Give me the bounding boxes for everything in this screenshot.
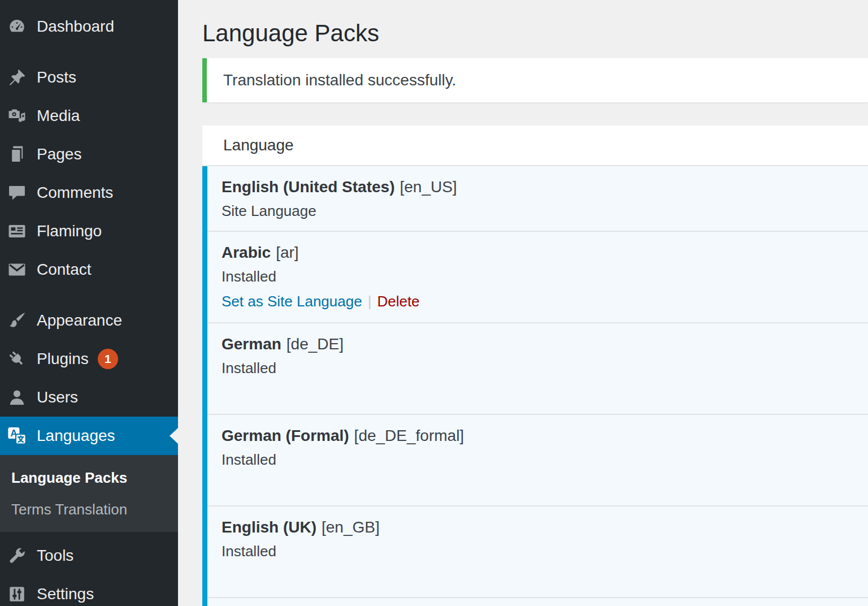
language-status: Installed xyxy=(222,265,868,288)
sidebar-item-users[interactable]: Users xyxy=(0,378,178,417)
page-title: Language Packs xyxy=(202,19,868,48)
camera-icon xyxy=(7,106,27,125)
language-name: Arabic[ar] xyxy=(222,241,868,265)
language-name: English (UK)[en_GB] xyxy=(222,516,868,539)
sidebar-item-label: Posts xyxy=(37,68,76,86)
sidebar-item-plugins[interactable]: Plugins 1 xyxy=(0,340,178,378)
dashboard-icon xyxy=(7,17,27,36)
sidebar-item-label: Media xyxy=(37,107,80,125)
sidebar-item-tools[interactable]: Tools xyxy=(0,536,178,575)
table-row: English (UK)[en_GB] Installed xyxy=(207,505,868,597)
submenu-item-language-packs[interactable]: Language Packs xyxy=(0,462,178,494)
sidebar-item-label: Contact xyxy=(37,261,92,279)
pushpin-icon xyxy=(7,68,27,87)
wrench-icon xyxy=(7,546,27,565)
set-site-language-link[interactable]: Set as Site Language xyxy=(222,293,362,310)
sliders-icon xyxy=(7,585,27,604)
sidebar-item-dashboard[interactable]: Dashboard xyxy=(0,7,178,46)
sidebar-item-label: Users xyxy=(37,388,78,406)
language-status: Installed xyxy=(222,448,868,471)
language-status: Installed xyxy=(222,356,868,380)
sidebar-item-label: Comments xyxy=(37,184,113,202)
sidebar-item-label: Languages xyxy=(37,427,115,445)
language-name: English (United States)[en_US] xyxy=(222,175,868,199)
table-row: German (Formal)[de_DE_formal] Installed xyxy=(207,414,868,505)
language-status: Site Language xyxy=(222,199,868,223)
table-body: English (United States)[en_US] Site Lang… xyxy=(202,166,868,606)
email-icon xyxy=(7,260,27,279)
sidebar-item-media[interactable]: Media xyxy=(0,97,178,135)
admin-content: Language Packs Translation installed suc… xyxy=(178,0,868,606)
table-row: English (United States)[en_US] Site Lang… xyxy=(207,166,868,231)
languages-submenu: Language Packs Terms Translation xyxy=(0,455,178,532)
table-row: Arabic[ar] Installed Set as Site Languag… xyxy=(207,231,868,322)
sidebar-item-label: Tools xyxy=(37,547,73,565)
language-status: Installed xyxy=(222,539,868,563)
index-card-icon xyxy=(7,222,27,241)
sidebar-item-comments[interactable]: Comments xyxy=(0,174,178,212)
plug-icon xyxy=(7,349,27,369)
sidebar-item-contact[interactable]: Contact xyxy=(0,250,178,289)
pages-icon xyxy=(7,145,27,164)
sidebar-item-settings[interactable]: Settings xyxy=(0,575,178,606)
sidebar-item-languages[interactable]: A Languages xyxy=(0,417,178,455)
update-count-badge: 1 xyxy=(98,349,118,369)
user-icon xyxy=(7,388,27,407)
notice-text: Translation installed successfully. xyxy=(223,71,456,89)
comment-icon xyxy=(7,183,27,202)
table-header-language: Language xyxy=(202,125,868,166)
action-separator: | xyxy=(362,293,377,310)
translation-icon: A xyxy=(7,426,27,445)
sidebar-item-flamingo[interactable]: Flamingo xyxy=(0,212,178,250)
sidebar-item-label: Dashboard xyxy=(37,18,114,36)
language-name: German (Formal)[de_DE_formal] xyxy=(222,424,868,448)
table-row: German[de_DE] Installed xyxy=(207,322,868,414)
sidebar-item-label: Flamingo xyxy=(37,222,102,240)
sidebar-item-label: Appearance xyxy=(37,311,122,330)
language-name: German[de_DE] xyxy=(222,332,868,356)
submenu-item-terms-translation[interactable]: Terms Translation xyxy=(0,494,178,525)
language-packs-table: Language English (United States)[en_US] … xyxy=(202,125,868,606)
brush-icon xyxy=(7,311,27,330)
sidebar-item-posts[interactable]: Posts xyxy=(0,58,178,97)
success-notice: Translation installed successfully. xyxy=(202,58,868,102)
row-actions: Set as Site Language|Delete xyxy=(222,288,868,314)
admin-sidebar: Dashboard Posts Media Pages Comments Fla… xyxy=(0,0,178,606)
sidebar-item-pages[interactable]: Pages xyxy=(0,135,178,174)
sidebar-item-label: Pages xyxy=(37,145,81,163)
sidebar-item-label: Plugins xyxy=(37,350,89,368)
table-row-partial xyxy=(207,597,868,606)
sidebar-item-appearance[interactable]: Appearance xyxy=(0,301,178,340)
sidebar-item-label: Settings xyxy=(37,585,94,603)
delete-link[interactable]: Delete xyxy=(377,293,419,310)
